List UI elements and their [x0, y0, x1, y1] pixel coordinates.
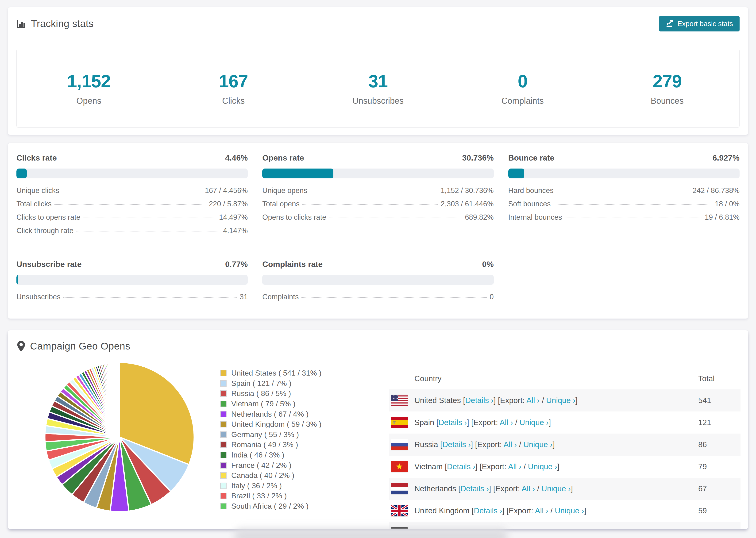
- rate-detail-label: Internal bounces: [508, 213, 562, 222]
- rate-detail-label: Unique opens: [262, 187, 307, 195]
- legend-item-germany: Germany ( 55 / 3% ): [220, 430, 321, 440]
- export-all-link[interactable]: All ›: [500, 418, 513, 427]
- pie-slice-other[interactable]: [119, 362, 120, 437]
- summary-stat-complaints: 0 Complaints: [450, 43, 595, 121]
- export-unique-link[interactable]: Unique ›: [541, 484, 571, 493]
- legend-label: United States ( 541 / 31% ): [231, 369, 321, 377]
- dotted-leader: [83, 218, 216, 218]
- total-cell: 67: [698, 484, 707, 493]
- details-link[interactable]: Details ›: [442, 440, 471, 449]
- country-cell: Russia [Details ›] [Export: All › / Uniq…: [414, 440, 555, 449]
- legend-label: Germany ( 55 / 3% ): [231, 430, 299, 439]
- card-header: Tracking stats Export basic stats: [8, 7, 748, 40]
- dotted-leader: [565, 218, 702, 218]
- details-link[interactable]: Details ›: [460, 484, 489, 493]
- geo-table-row-netherlands: Netherlands [Details ›] [Export: All › /…: [389, 478, 740, 500]
- rate-detail-label: Unique clicks: [17, 187, 59, 195]
- rate-detail-row: Complaints 0: [262, 293, 494, 306]
- rate-detail-value: 18 / 0%: [715, 200, 739, 208]
- dotted-leader: [329, 218, 462, 218]
- rate-header: Opens rate 30.736%: [262, 153, 494, 162]
- geo-table-row-united-states: United States [Details ›] [Export: All ›…: [389, 389, 740, 411]
- rate-rows: Unsubscribes 31: [17, 293, 248, 306]
- geo-table-row-partial: [389, 522, 740, 529]
- stat-label: Bounces: [651, 96, 684, 106]
- legend-label: Canada ( 40 / 2% ): [231, 471, 295, 480]
- legend-label: South Africa ( 29 / 2% ): [231, 502, 308, 511]
- country-cell: Vietnam [Details ›] [Export: All › / Uni…: [414, 462, 560, 471]
- export-all-link[interactable]: All ›: [522, 484, 535, 493]
- flag-icon-us: [391, 395, 408, 406]
- rate-progress-fill: [508, 169, 524, 178]
- rate-detail-label: Total clicks: [17, 200, 52, 208]
- geo-card-header: Campaign Geo Opens: [17, 341, 130, 352]
- total-cell: 121: [698, 418, 711, 427]
- geo-title: Campaign Geo Opens: [30, 341, 130, 352]
- flag-icon-vn: [391, 461, 408, 472]
- rate-detail-label: Click through rate: [17, 227, 74, 235]
- export-unique-link[interactable]: Unique ›: [546, 396, 575, 405]
- export-all-link[interactable]: All ›: [526, 396, 540, 405]
- flag-icon-ru: [391, 439, 408, 450]
- rate-progress-fill: [262, 169, 333, 178]
- total-cell: 86: [698, 440, 707, 449]
- details-link[interactable]: Details ›: [465, 396, 494, 405]
- country-cell: United Kingdom [Details ›] [Export: All …: [414, 506, 586, 515]
- rate-detail-row: Clicks to opens rate 14.497%: [17, 213, 248, 227]
- rate-detail-label: Hard bounces: [508, 187, 554, 195]
- rate-title: Bounce rate: [508, 153, 555, 162]
- legend-item-france: France ( 42 / 2% ): [220, 460, 321, 470]
- page-title: Tracking stats: [31, 18, 94, 29]
- legend-swatch: [220, 472, 227, 479]
- bottom-peeking-element: [235, 529, 507, 538]
- export-unique-link[interactable]: Unique ›: [528, 462, 557, 471]
- export-unique-link[interactable]: Unique ›: [519, 418, 549, 427]
- rate-detail-row: Total opens 2,303 / 61.446%: [262, 200, 494, 213]
- flag-icon-es: [391, 417, 408, 428]
- rate-header: Bounce rate 6.927%: [508, 153, 739, 162]
- export-all-link[interactable]: All ›: [535, 506, 549, 515]
- export-unique-link[interactable]: Unique ›: [523, 440, 553, 449]
- legend-swatch: [220, 390, 227, 397]
- legend-label: Netherlands ( 67 / 4% ): [231, 410, 308, 418]
- tracking-stats-page: Tracking stats Export basic stats 1,152 …: [0, 0, 756, 538]
- rate-detail-value: 19 / 6.81%: [705, 213, 739, 222]
- rate-detail-row: Opens to clicks rate 689.82%: [262, 213, 494, 227]
- stat-label: Complaints: [502, 96, 544, 106]
- map-pin-icon: [17, 341, 26, 352]
- details-link[interactable]: Details ›: [439, 418, 467, 427]
- legend-item-russia: Russia ( 86 / 5% ): [220, 389, 321, 399]
- pie-legend: United States ( 541 / 31% ) Spain ( 121 …: [220, 368, 321, 511]
- legend-label: Russia ( 86 / 5% ): [231, 389, 291, 398]
- legend-item-south-africa: South Africa ( 29 / 2% ): [220, 501, 321, 511]
- country-column-header: Country: [414, 374, 442, 383]
- country-cell: Netherlands [Details ›] [Export: All › /…: [414, 484, 573, 493]
- rates-card: Clicks rate 4.46% Unique clicks 167 / 4.…: [8, 143, 748, 319]
- export-unique-link[interactable]: Unique ›: [555, 506, 584, 515]
- summary-stat-opens: 1,152 Opens: [17, 43, 161, 121]
- details-link[interactable]: Details ›: [474, 506, 502, 515]
- stat-label: Opens: [76, 96, 101, 106]
- dotted-leader: [301, 297, 487, 297]
- rate-header: Complaints rate 0%: [262, 260, 494, 269]
- legend-swatch: [220, 431, 227, 438]
- rate-detail-value: 4.147%: [223, 227, 248, 235]
- rate-rows: Hard bounces 242 / 86.738% Soft bounces …: [508, 187, 739, 227]
- rate-percent: 0.77%: [225, 260, 248, 269]
- export-all-link[interactable]: All ›: [508, 462, 521, 471]
- rate-detail-label: Complaints: [262, 293, 298, 301]
- rate-percent: 0%: [482, 260, 494, 269]
- dotted-leader: [76, 231, 220, 232]
- rate-detail-value: 220 / 5.87%: [209, 200, 248, 208]
- rate-detail-value: 0: [490, 293, 494, 301]
- card-header-left: Tracking stats: [17, 18, 94, 29]
- rate-detail-row: Internal bounces 19 / 6.81%: [508, 213, 739, 227]
- export-all-link[interactable]: All ›: [504, 440, 517, 449]
- campaign-geo-opens-card: Campaign Geo Opens United States ( 541 /…: [8, 330, 748, 529]
- export-icon: [666, 20, 674, 28]
- rate-block-clicks-rate: Clicks rate 4.46% Unique clicks 167 / 4.…: [17, 153, 248, 240]
- export-basic-stats-button[interactable]: Export basic stats: [659, 16, 739, 31]
- details-link[interactable]: Details ›: [447, 462, 475, 471]
- rate-title: Opens rate: [262, 153, 304, 162]
- rate-block-complaints-rate: Complaints rate 0% Complaints 0: [262, 260, 494, 306]
